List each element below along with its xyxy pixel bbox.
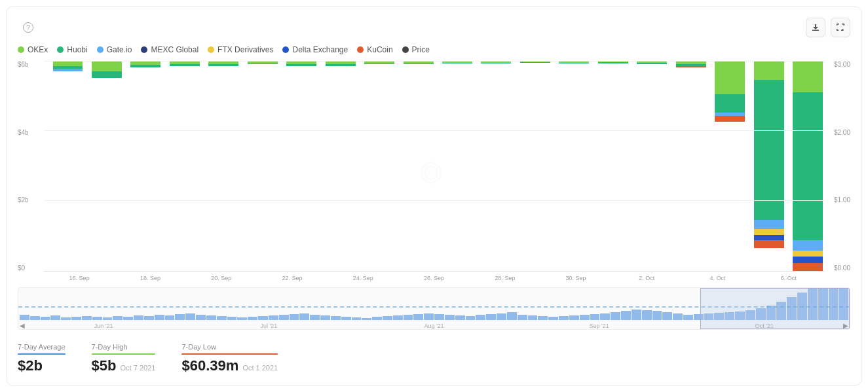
y-label-right: $1.00: [824, 196, 850, 204]
mini-bar: [175, 314, 185, 320]
bar-stack: [404, 61, 434, 64]
bar-segment: [754, 61, 784, 80]
legend-dot: [97, 46, 104, 53]
chart-legend: OKExHuobiGate.ioMEXC GlobalFTX Derivativ…: [18, 45, 850, 54]
bar-segment: [598, 62, 628, 63]
mini-bar: [123, 317, 133, 320]
mini-bar: [590, 314, 600, 320]
bar-group: $67.36m: [357, 61, 394, 272]
stat-item-7-day-high: 7-Day High$5b Oct 7 2021: [92, 343, 156, 374]
mini-bar: [71, 317, 81, 320]
bar-group: $4.81b: [746, 61, 783, 272]
legend-item-gate.io: Gate.io: [97, 45, 132, 54]
x-label: 20. Sep: [186, 275, 257, 281]
x-label: 6. Oct: [753, 275, 824, 281]
bar-segment: [520, 62, 550, 63]
bar-group: $1.24b: [708, 61, 745, 272]
bar-stack: [715, 61, 745, 122]
bar-segment: [404, 63, 434, 65]
expand-button[interactable]: [831, 18, 850, 37]
legend-label: Delta Exchange: [292, 45, 348, 54]
bar-stack: [364, 61, 394, 64]
mini-bar: [393, 315, 403, 320]
x-label: 28. Sep: [470, 275, 540, 281]
mini-bar: [248, 317, 257, 320]
card-header: ?: [18, 18, 850, 37]
bar-stack: [559, 61, 589, 63]
legend-label: MEXC Global: [151, 45, 198, 54]
bar-segment: [92, 61, 122, 71]
mini-bar: [434, 314, 444, 320]
stat-label: 7-Day Low: [181, 343, 278, 351]
legend-dot: [357, 46, 364, 53]
legend-item-mexc-global: MEXC Global: [141, 45, 198, 54]
main-chart: $6b$4b$2b$0 $322.49m$565.4m$158.25m$119.…: [18, 61, 850, 285]
mini-bar: [331, 316, 341, 320]
mini-bar: [82, 316, 92, 320]
legend-dot: [18, 46, 24, 53]
bar-segment: [754, 240, 784, 247]
x-label: 4. Oct: [682, 275, 753, 281]
bar-group: $65.28m: [396, 61, 433, 272]
mini-bar: [569, 315, 579, 320]
x-label: 30. Sep: [540, 275, 611, 281]
legend-dot: [282, 46, 289, 53]
bar-group: $115.01m: [279, 61, 316, 272]
download-button[interactable]: [806, 18, 825, 37]
y-label-right: $2.00: [824, 129, 850, 136]
y-axis-right: $3.00$2.00$1.00$0.00: [824, 61, 850, 285]
mini-bar: [652, 311, 662, 320]
mini-bar: [299, 313, 309, 320]
mini-bar: [227, 317, 237, 320]
bar-segment: [248, 63, 278, 65]
bar-segment: [637, 63, 667, 64]
y-label-right: $0.00: [824, 264, 850, 272]
legend-item-kucoin: KuCoin: [357, 45, 392, 54]
mini-bar: [632, 310, 641, 320]
bar-stack: [53, 61, 83, 71]
y-axis-left: $6b$4b$2b$0: [18, 61, 44, 285]
bar-group: $34.25m: [435, 61, 472, 272]
y-label-left: $0: [18, 264, 44, 272]
scroll-right-arrow[interactable]: ▶: [843, 322, 848, 329]
bar-stack: [248, 61, 278, 64]
mini-bar: [673, 313, 683, 320]
stat-value: $5b Oct 7 2021: [92, 357, 156, 374]
mini-bar: [310, 315, 320, 320]
y-label-left: $4b: [18, 129, 44, 136]
bar-stack: [326, 61, 356, 66]
legend-dot: [57, 46, 64, 53]
bar-stack: [481, 61, 511, 63]
x-label: 18. Sep: [115, 275, 185, 281]
bar-segment: [793, 263, 823, 272]
bar-segment: [715, 94, 745, 113]
bar-segment: [53, 61, 83, 66]
mini-chart[interactable]: Jun '21Jul '21Aug '21Sep '21Oct '21 ◀ ▶: [18, 287, 850, 330]
mini-bar: [621, 311, 631, 320]
bar-group: $60.39m: [590, 61, 628, 272]
x-label: 24. Sep: [328, 275, 398, 281]
help-icon[interactable]: ?: [23, 22, 33, 33]
stats-row: 7-Day Average$2b7-Day High$5b Oct 7 2021…: [18, 336, 850, 374]
mini-bar: [61, 317, 71, 320]
stat-label: 7-Day Average: [18, 343, 66, 351]
volume-card: ? OKExHuobiGate.ioMEXC GlobalFTX Derivat…: [7, 7, 861, 385]
bar-group: $158.25m: [123, 61, 160, 272]
bar-segment: [793, 61, 823, 92]
stat-date: Oct 7 2021: [121, 364, 156, 372]
bar-group: $84.07m: [630, 61, 667, 272]
scroll-left-arrow[interactable]: ◀: [20, 322, 25, 329]
mini-bar: [413, 314, 423, 320]
scroll-arrows: ◀ ▶: [18, 322, 850, 329]
stat-date: Oct 1 2021: [242, 364, 278, 372]
mini-bar: [206, 315, 216, 320]
mini-bar: [528, 315, 538, 320]
bar-segment: [793, 92, 823, 240]
mini-bar: [217, 316, 227, 320]
mini-bar: [548, 317, 558, 320]
bar-stack: [520, 61, 550, 63]
bar-group: $38.39m: [474, 61, 511, 272]
bar-stack: [598, 61, 628, 63]
x-label: 22. Sep: [257, 275, 328, 281]
mini-bar: [662, 312, 672, 320]
